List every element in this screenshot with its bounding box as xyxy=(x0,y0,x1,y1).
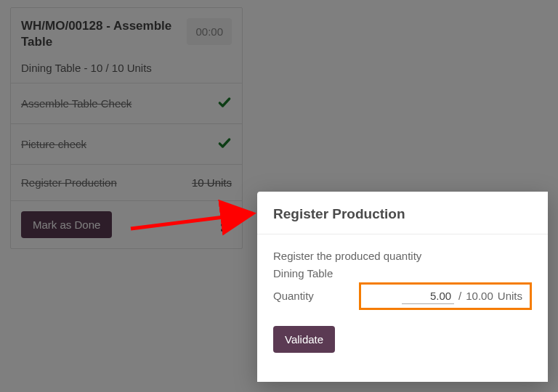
step-label: Picture check xyxy=(21,138,86,150)
product-name: Dining Table xyxy=(273,265,532,282)
mark-done-button[interactable]: Mark as Done xyxy=(21,211,112,238)
quantity-input[interactable] xyxy=(402,288,454,304)
step-row[interactable]: Picture check xyxy=(11,123,242,164)
work-order-card: WH/MO/00128 - Assemble Table 00:00 Dinin… xyxy=(10,7,243,249)
register-production-modal: Register Production Register the produce… xyxy=(257,192,548,382)
dots-vertical-icon xyxy=(221,219,224,232)
card-header: WH/MO/00128 - Assemble Table 00:00 Dinin… xyxy=(11,8,242,83)
step-label: Register Production xyxy=(21,176,117,189)
validate-button[interactable]: Validate xyxy=(273,326,335,353)
step-value: 10 Units xyxy=(192,176,232,189)
quantity-total: 10.00 xyxy=(466,287,493,305)
quantity-label: Quantity xyxy=(273,287,353,305)
step-label: Assemble Table Check xyxy=(21,97,132,110)
modal-footer: Validate xyxy=(257,310,548,366)
timer-badge: 00:00 xyxy=(187,18,232,45)
check-icon xyxy=(217,136,232,152)
step-row[interactable]: Assemble Table Check xyxy=(11,83,242,123)
more-menu-button[interactable] xyxy=(210,213,235,237)
step-list: Assemble Table Check Picture check Regis… xyxy=(11,83,242,200)
modal-title: Register Production xyxy=(273,206,532,222)
card-footer: Mark as Done xyxy=(11,200,242,248)
quantity-units: Units xyxy=(498,287,522,305)
modal-header: Register Production xyxy=(257,192,548,234)
modal-body: Register the produced quantity Dining Ta… xyxy=(257,234,548,310)
modal-instruction: Register the produced quantity xyxy=(273,248,532,265)
work-order-subtitle: Dining Table - 10 / 10 Units xyxy=(21,62,232,74)
check-icon xyxy=(217,95,232,112)
step-row[interactable]: Register Production 10 Units xyxy=(11,164,242,200)
quantity-highlight-box: / 10.00 Units xyxy=(359,282,532,310)
work-order-title: WH/MO/00128 - Assemble Table xyxy=(21,18,174,50)
quantity-sep: / xyxy=(458,287,461,305)
